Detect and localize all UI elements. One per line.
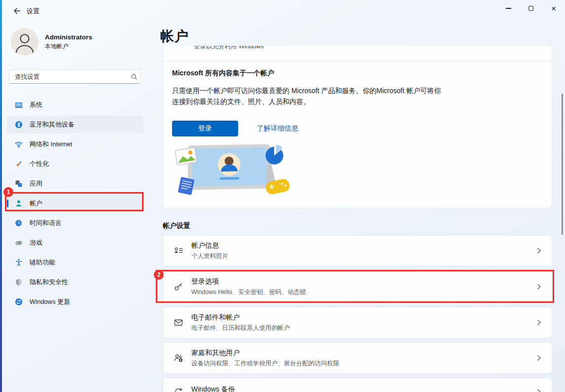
sidebar-item-network-internet[interactable]: 网络和 Internet	[7, 135, 143, 153]
user-profile[interactable]: Administrators 本地帐户	[11, 28, 92, 56]
sidebar-item-bluetooth-devices[interactable]: 蓝牙和其他设备	[7, 116, 143, 133]
sidebar-item-label: 辅助功能	[30, 258, 55, 267]
settings-window: 设置 × Administrators 本地帐户	[0, 0, 565, 392]
page-title: 帐户	[160, 27, 189, 46]
hero-body-text: 只需使用一个帐户即可访问你最喜爱的 Microsoft 产品和服务。你的Micr…	[172, 85, 446, 107]
sidebar-item-label: 网络和 Internet	[30, 140, 72, 149]
row-text: 电子邮件和帐户 电子邮件、日历和联系人使用的帐户	[191, 313, 535, 332]
sidebar-item-label: 系统	[30, 100, 42, 109]
back-arrow-icon	[13, 7, 21, 15]
avatar	[11, 28, 38, 56]
apps-icon	[15, 180, 23, 188]
sidebar-item-label: 应用	[30, 179, 42, 188]
titlebar: 设置 ×	[2, 0, 565, 22]
row-title: Windows 备份	[191, 385, 535, 392]
row-subtitle: 个人资料照片	[191, 252, 535, 261]
window-controls: ×	[497, 0, 565, 17]
microsoft-account-card: 登录以充分利用 Windows Microsoft 所有内容集于一个帐户 只需使…	[163, 46, 552, 208]
sidebar-item-label: Windows 更新	[30, 297, 70, 306]
contact-card-icon	[173, 246, 184, 256]
settings-row-windows-backup[interactable]: Windows 备份	[163, 378, 552, 392]
app-title: 设置	[27, 7, 39, 16]
row-title: 帐户信息	[191, 241, 535, 250]
hero-heading: Microsoft 所有内容集于一个帐户	[172, 69, 274, 78]
close-icon: ×	[551, 4, 556, 13]
sidebar-item-label: 时间和语言	[30, 219, 62, 228]
row-subtitle: 电子邮件、日历和联系人使用的帐户	[191, 324, 535, 332]
sidebar-item-privacy-security[interactable]: 隐私和安全性	[7, 273, 143, 291]
settings-row-account-info[interactable]: 帐户信息 个人资料照片	[163, 235, 552, 266]
settings-row-family-other-users[interactable]: 家庭和其他用户 设备访问权限、工作或学校用户、展台分配的访问权限	[163, 342, 552, 374]
maximize-icon	[529, 6, 533, 11]
sidebar-item-apps[interactable]: 应用	[7, 175, 143, 193]
row-text: 帐户信息 个人资料照片	[191, 241, 535, 261]
person-avatar-icon	[11, 28, 38, 56]
card-divider	[163, 61, 552, 62]
minimize-button[interactable]	[497, 0, 520, 17]
annotation-box-step2	[156, 270, 554, 303]
bluetooth-icon	[15, 121, 23, 129]
window-left-edge	[0, 0, 2, 392]
maximize-button[interactable]	[520, 0, 542, 17]
vertical-scrollbar-thumb[interactable]	[562, 94, 563, 235]
section-header-account-settings: 帐户设置	[163, 222, 190, 230]
backup-icon	[173, 385, 184, 392]
chevron-right-icon	[535, 354, 543, 362]
sidebar-item-gaming[interactable]: 游戏	[7, 234, 143, 252]
sidebar-item-system[interactable]: 系统	[7, 96, 143, 114]
chevron-right-icon	[535, 247, 543, 255]
accessibility-icon	[15, 259, 23, 266]
search-box[interactable]	[9, 69, 141, 84]
sidebar-item-windows-update[interactable]: Windows 更新	[7, 293, 143, 311]
settings-row-email-accounts[interactable]: 电子邮件和帐户 电子邮件、日历和联系人使用的帐户	[163, 307, 552, 338]
network-icon	[15, 140, 23, 148]
annotation-badge-1: 1	[3, 187, 13, 197]
back-button[interactable]	[9, 3, 25, 18]
row-text: 家庭和其他用户 设备访问权限、工作或学校用户、展台分配的访问权限	[191, 349, 535, 368]
search-input[interactable]	[9, 73, 128, 80]
close-button[interactable]: ×	[542, 0, 565, 17]
profile-account-type: 本地帐户	[45, 42, 92, 51]
clipped-row-text: 登录以充分利用 Windows	[194, 46, 342, 51]
people-add-icon	[173, 353, 184, 363]
sidebar-item-label: 个性化	[30, 160, 49, 168]
sign-in-button[interactable]: 登录	[172, 121, 238, 136]
sidebar-item-time-language[interactable]: 时间和语言	[7, 214, 143, 232]
sidebar-item-label: 隐私和安全性	[30, 278, 68, 287]
privacy-icon	[15, 278, 23, 286]
profile-name: Administrators	[45, 33, 92, 41]
gaming-icon	[15, 239, 23, 247]
chevron-right-icon	[535, 388, 543, 392]
row-title: 电子邮件和帐户	[191, 313, 535, 322]
system-icon	[15, 101, 23, 109]
mail-icon	[173, 318, 184, 327]
personalization-icon	[15, 160, 23, 168]
minimize-icon	[506, 8, 511, 8]
chevron-right-icon	[535, 319, 543, 327]
sidebar-item-accessibility[interactable]: 辅助功能	[7, 254, 143, 271]
windows-update-icon	[15, 298, 23, 306]
row-text: Windows 备份	[191, 385, 535, 392]
annotation-box-step1	[5, 192, 143, 211]
profile-text: Administrators 本地帐户	[45, 33, 92, 51]
row-subtitle: 设备访问权限、工作或学校用户、展台分配的访问权限	[191, 359, 535, 368]
account-illustration	[172, 141, 296, 198]
time-language-icon	[15, 219, 23, 227]
sidebar-item-label: 游戏	[30, 238, 42, 247]
search-icon[interactable]	[128, 73, 141, 80]
sidebar-item-personalization[interactable]: 个性化	[7, 155, 143, 173]
learn-more-link[interactable]: 了解详细信息	[257, 124, 298, 133]
sidebar-item-label: 蓝牙和其他设备	[30, 120, 74, 129]
row-title: 家庭和其他用户	[191, 349, 535, 358]
devices-illustration-icon	[172, 141, 296, 196]
annotation-badge-2: 2	[154, 270, 164, 280]
